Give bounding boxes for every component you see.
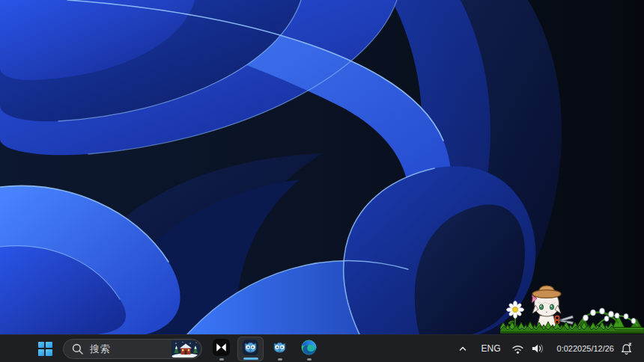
app-running-indicator [219,358,224,361]
taskbar-app-godot[interactable] [267,337,293,361]
edge-icon [300,338,318,360]
app-running-indicator [278,358,282,361]
clock-date: 2025/12/26 [573,344,614,354]
clock-button[interactable]: 0:02 2025/12/26 [557,337,614,360]
capcut-icon [212,338,231,360]
taskbar-apps [208,337,322,361]
app-running-indicator [307,358,312,361]
notification-bell-dnd-icon[interactable] [618,337,635,360]
search-box[interactable]: 搜索 [63,339,202,359]
start-button[interactable] [31,337,58,361]
search-placeholder: 搜索 [90,343,110,356]
godot-icon [270,338,289,360]
desktop: 搜索 [0,0,644,362]
tray-chevron-up-icon[interactable] [455,337,471,360]
godot-icon [241,338,260,360]
search-highlight-art[interactable] [171,340,200,358]
windows-logo-icon [38,342,52,356]
speaker-icon[interactable] [529,337,547,360]
taskbar-app-godot-active[interactable] [237,337,264,361]
taskbar: 搜索 [0,334,644,362]
app-running-indicator [243,358,258,360]
tray-language-button[interactable]: ENG [480,337,502,360]
taskbar-app-edge[interactable] [296,337,322,361]
search-icon [71,343,84,355]
system-tray: ENG 0:02 2025/12/26 [455,335,644,362]
desktop-pet-garden[interactable] [500,284,644,334]
clock-time: 0:02 [557,344,573,354]
cowboy-hat [532,286,561,298]
taskbar-app-capcut[interactable] [208,337,234,361]
wifi-icon[interactable] [510,337,526,360]
